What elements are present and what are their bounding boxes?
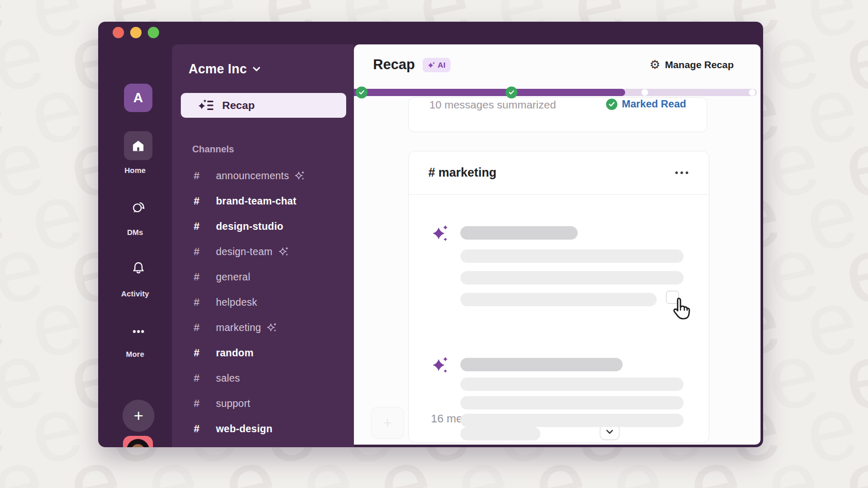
hash-icon: #: [194, 296, 206, 308]
summary-sparkle-icon: [432, 224, 448, 243]
skeleton-row: [460, 293, 657, 306]
ai-badge: AI: [423, 58, 451, 72]
manage-recap-button[interactable]: ⚙ Manage Recap: [649, 59, 734, 71]
marked-read-label: Marked Read: [622, 98, 687, 110]
overflow-menu-icon[interactable]: [674, 168, 689, 177]
rail-item-label: Activity: [98, 290, 172, 298]
summary-card: 10 messages summarized Marked Read: [408, 97, 707, 132]
channel-name: marketing: [216, 322, 261, 334]
gear-icon: ⚙: [649, 59, 660, 71]
workspace-rail: A + HomeDMsActivityMore: [98, 44, 172, 447]
hand-cursor-icon: [670, 296, 691, 320]
close-button[interactable]: [113, 27, 124, 38]
summary-sparkle-icon: [432, 356, 448, 374]
channel-item-design-team[interactable]: #design-team: [172, 240, 354, 263]
ai-sparkle-icon: [295, 170, 305, 181]
rail-item-label: More: [98, 350, 172, 358]
page-title: Recap: [373, 57, 415, 73]
channel-item-announcements[interactable]: #announcements: [172, 164, 354, 187]
channel-item-brand-team-chat[interactable]: #brand-team-chat: [172, 190, 354, 212]
rail-item-more[interactable]: [131, 324, 146, 339]
recap-sparkle-list-icon: [198, 99, 215, 112]
channels-section-header[interactable]: Channels: [192, 144, 234, 155]
hash-icon: #: [194, 398, 206, 410]
checkpoint-done: [505, 87, 517, 99]
channel-name: brand-team-chat: [216, 195, 297, 207]
hash-icon: #: [194, 322, 206, 334]
channel-item-marketing[interactable]: #marketing: [172, 316, 354, 339]
channel-name: general: [216, 271, 250, 283]
skeleton-row: [460, 358, 623, 371]
rail-item-label: DMs: [98, 228, 172, 237]
rail-item-dms[interactable]: [131, 200, 146, 215]
rail-item-label: Home: [98, 166, 172, 175]
channel-name: sales: [216, 372, 240, 384]
window-titlebar: [98, 22, 763, 44]
channel-name: helpdesk: [216, 296, 257, 308]
workspace-name: Acme Inc: [189, 61, 247, 76]
channel-card-header: # marketing: [409, 151, 709, 195]
skeleton-row: [460, 249, 684, 263]
rail-item-home[interactable]: [124, 131, 152, 160]
chevron-down-icon: [253, 67, 260, 72]
channel-card-title: # marketing: [428, 166, 497, 180]
maximize-button[interactable]: [148, 27, 159, 38]
channel-item-design-studio[interactable]: #design-studio: [172, 215, 354, 238]
hash-icon: #: [194, 372, 206, 384]
skeleton-row: [460, 396, 684, 410]
workspace-switcher[interactable]: A: [124, 84, 152, 112]
channel-name: design-team: [216, 246, 273, 258]
sidebar: Acme Inc Recap Channels #announcements#b…: [172, 44, 354, 447]
watermark-letter: e: [836, 433, 868, 488]
channel-item-web-design[interactable]: #web-design: [172, 417, 354, 440]
hash-icon: #: [194, 347, 206, 359]
channel-item-support[interactable]: #support: [172, 392, 354, 415]
recap-header: Recap AI: [373, 57, 451, 73]
sidebar-item-label: Recap: [222, 99, 255, 112]
marked-read-action[interactable]: Marked Read: [606, 98, 687, 110]
minimize-button[interactable]: [130, 27, 142, 38]
channel-item-random[interactable]: #random: [172, 341, 354, 364]
channel-name: support: [216, 398, 250, 410]
rail-item-activity[interactable]: [131, 260, 146, 276]
add-workspace-button[interactable]: +: [122, 400, 154, 432]
chevron-down-icon: [606, 430, 613, 434]
channel-name: web-design: [216, 423, 272, 435]
hash-icon: #: [194, 195, 206, 207]
manage-recap-label: Manage Recap: [665, 59, 734, 71]
checkpoint-done: [355, 87, 367, 99]
recap-progress-bar: [354, 89, 757, 96]
recap-panel: Recap AI ⚙ Manage Recap 10 messages summ…: [354, 44, 761, 445]
channel-item-sales[interactable]: #sales: [172, 367, 354, 389]
hash-icon: #: [194, 271, 206, 283]
checkpoint-pending: [749, 89, 755, 96]
skeleton-row: [460, 271, 684, 285]
checkpoint-pending: [642, 89, 648, 96]
skeleton-row: [460, 427, 540, 440]
hash-icon: #: [194, 221, 206, 232]
channel-item-helpdesk[interactable]: #helpdesk: [172, 291, 354, 313]
channel-name: random: [216, 347, 254, 359]
skeleton-row: [460, 226, 578, 240]
check-icon: [606, 99, 617, 110]
app-window: A + HomeDMsActivityMore Acme Inc Recap C…: [98, 22, 763, 447]
workspace-menu-button[interactable]: Acme Inc: [189, 61, 260, 76]
previous-card-button[interactable]: +: [371, 407, 404, 439]
channel-item-general[interactable]: #general: [172, 265, 354, 288]
progress-fill: [354, 89, 625, 96]
channel-card-body: 16 me: [409, 195, 709, 443]
sidebar-item-recap[interactable]: Recap: [181, 93, 346, 118]
hash-icon: #: [194, 170, 206, 182]
ai-sparkle-icon: [279, 246, 289, 257]
message-count-text: 16 me: [431, 412, 462, 426]
user-avatar[interactable]: [123, 436, 153, 447]
ai-sparkle-icon: [428, 61, 435, 69]
hash-icon: #: [194, 246, 206, 258]
hash-icon: #: [194, 423, 206, 435]
ai-sparkle-icon: [267, 322, 277, 333]
ai-badge-label: AI: [438, 60, 445, 69]
channel-name: announcements: [216, 170, 289, 182]
summary-status-text: 10 messages summarized: [429, 99, 556, 111]
skeleton-row: [460, 377, 684, 391]
channel-summary-card: # marketing 16 me: [408, 151, 709, 443]
